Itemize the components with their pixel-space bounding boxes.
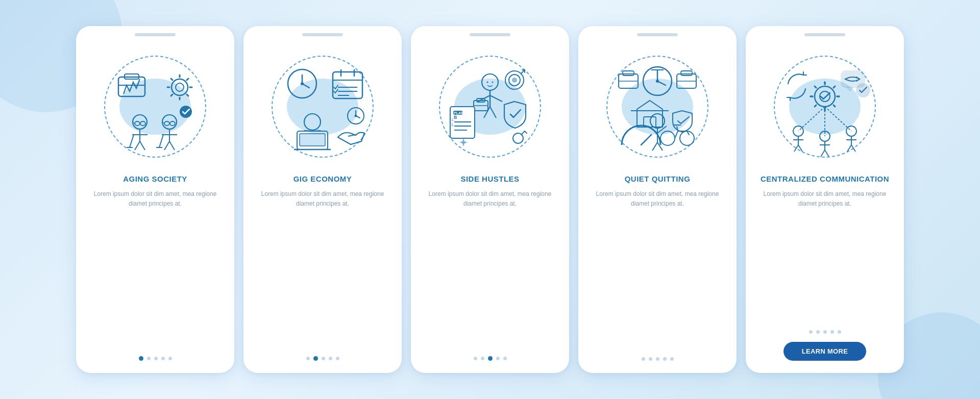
dot-1[interactable] [642, 357, 645, 361]
svg-point-108 [815, 86, 835, 107]
svg-line-107 [641, 135, 651, 145]
dot-2[interactable] [147, 357, 151, 360]
svg-line-51 [304, 131, 311, 131]
svg-line-82 [521, 70, 525, 74]
svg-point-26 [164, 121, 169, 126]
svg-line-34 [159, 135, 163, 147]
dot-1[interactable] [139, 356, 143, 361]
svg-line-64 [484, 107, 490, 118]
gig-economy-dots [306, 356, 339, 361]
svg-line-65 [490, 107, 496, 118]
dot-5[interactable] [503, 357, 507, 360]
svg-text:PLAN: PLAN [454, 111, 463, 115]
dot-5[interactable] [336, 357, 339, 360]
aging-society-dots [139, 356, 172, 361]
svg-text:2.: 2. [451, 123, 454, 127]
quiet-quitting-desc: Lorem ipsum dolor sit dim amet, mea regi… [578, 189, 737, 351]
card-quiet-quitting: QUIET QUITTING Lorem ipsum dolor sit dim… [578, 26, 737, 373]
svg-text:B: B [454, 115, 457, 120]
dot-1[interactable] [809, 330, 813, 334]
gig-economy-desc: Lorem ipsum dolor sit dim amet, mea regi… [243, 189, 402, 350]
svg-point-47 [304, 114, 321, 130]
phone-top-bar-4 [637, 33, 678, 36]
svg-line-46 [302, 84, 309, 88]
dot-4[interactable] [161, 357, 165, 360]
dot-2[interactable] [649, 357, 652, 361]
dot-5[interactable] [168, 357, 172, 360]
quiet-quitting-icon [606, 56, 708, 158]
svg-rect-49 [300, 134, 325, 146]
dot-3[interactable] [823, 330, 827, 334]
illustration-centralized-communication [764, 45, 886, 168]
svg-point-4 [176, 83, 184, 91]
side-hustles-desc: Lorem ipsum dolor sit dim amet, mea regi… [411, 189, 569, 350]
dot-2[interactable] [816, 330, 820, 334]
aging-society-icon [104, 56, 206, 158]
illustration-side-hustles: PLAN B 1. 2. [429, 45, 551, 168]
svg-line-32 [164, 141, 169, 150]
phone-top-bar-2 [302, 33, 343, 36]
svg-marker-119 [846, 87, 853, 91]
svg-point-98 [660, 131, 675, 145]
svg-point-15 [135, 121, 140, 126]
dot-5[interactable] [838, 330, 841, 334]
card-centralized-communication: CENTRALIZED COMMUNICATION Lorem ipsum do… [746, 26, 904, 373]
phone-top-bar [135, 33, 176, 36]
svg-rect-36 [333, 72, 362, 98]
svg-line-52 [313, 131, 321, 131]
svg-line-115 [834, 105, 835, 107]
cards-container: AGING SOCIETY Lorem ipsum dolor sit dim … [66, 16, 914, 383]
card-gig-economy: GIG ECONOMY Lorem ipsum dolor sit dim am… [243, 26, 402, 373]
dot-4[interactable] [663, 357, 667, 361]
svg-point-81 [512, 78, 517, 83]
svg-line-116 [834, 86, 835, 88]
dot-1[interactable] [474, 357, 477, 360]
centralized-communication-desc: Lorem ipsum dolor sit dim amet, mea regi… [746, 189, 904, 323]
quiet-quitting-dots [642, 357, 674, 361]
svg-line-10 [187, 94, 188, 96]
svg-line-12 [171, 94, 173, 96]
svg-point-58 [482, 74, 498, 90]
dot-2[interactable] [313, 356, 318, 361]
svg-line-21 [135, 141, 140, 150]
svg-line-86 [657, 81, 666, 85]
dot-4[interactable] [329, 357, 332, 360]
svg-line-53 [348, 135, 356, 136]
dot-3[interactable] [488, 356, 493, 361]
svg-point-59 [487, 82, 488, 83]
dot-3[interactable] [656, 357, 659, 361]
dot-4[interactable] [830, 330, 834, 334]
dot-2[interactable] [481, 357, 484, 360]
svg-line-33 [169, 141, 175, 150]
svg-line-22 [140, 141, 145, 150]
svg-line-105 [652, 142, 657, 151]
quiet-quitting-title: QUIET QUITTING [615, 174, 701, 184]
svg-point-16 [140, 121, 145, 126]
phone-top-bar-5 [804, 33, 845, 36]
svg-point-27 [170, 121, 175, 126]
learn-more-button[interactable]: LEARN MORE [783, 342, 866, 361]
dot-3[interactable] [154, 357, 158, 360]
dot-1[interactable] [306, 357, 310, 360]
svg-rect-92 [681, 71, 692, 76]
dot-4[interactable] [496, 357, 500, 360]
side-hustles-title: SIDE HUSTLES [450, 174, 529, 184]
svg-text:1.: 1. [451, 118, 454, 121]
svg-line-132 [821, 150, 825, 157]
gig-economy-title: GIG ECONOMY [283, 174, 362, 184]
svg-line-137 [847, 145, 851, 152]
svg-line-9 [171, 79, 173, 80]
side-hustles-dots [474, 356, 507, 361]
svg-point-60 [492, 82, 494, 83]
dot-5[interactable] [670, 357, 674, 361]
svg-line-63 [490, 95, 502, 102]
illustration-aging-society [94, 45, 216, 168]
svg-line-114 [815, 86, 816, 88]
side-hustles-icon: PLAN B 1. 2. [439, 56, 541, 158]
svg-point-13 [180, 106, 192, 118]
dot-3[interactable] [322, 357, 325, 360]
svg-line-133 [825, 150, 829, 157]
svg-line-11 [187, 79, 188, 80]
aging-society-title: AGING SOCIETY [113, 174, 198, 184]
gig-economy-icon [272, 56, 374, 158]
